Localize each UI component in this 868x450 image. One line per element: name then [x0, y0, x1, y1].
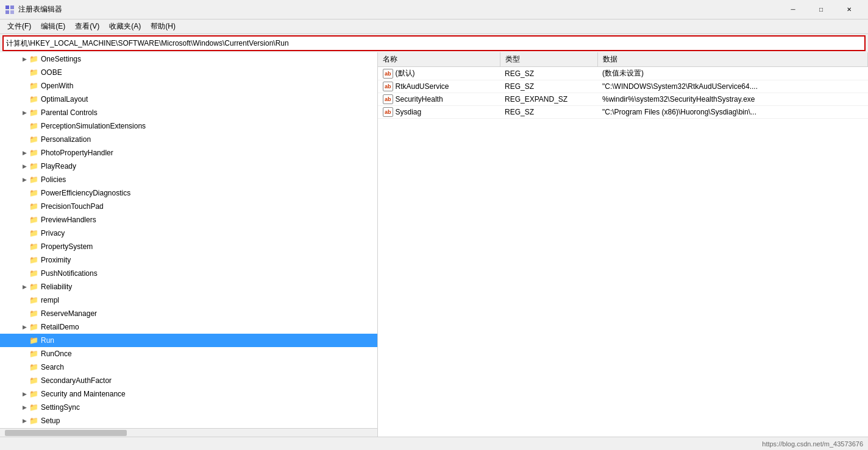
folder-icon: 📁 [29, 336, 38, 345]
folder-icon: 📁 [29, 55, 38, 63]
expand-icon[interactable]: ▶ [20, 148, 29, 158]
reg-ab-icon: ab [383, 69, 393, 79]
folder-icon: 📁 [29, 108, 38, 117]
expand-icon[interactable]: ▶ [20, 282, 29, 292]
folder-icon: 📁 [29, 229, 38, 237]
tree-item-privacy[interactable]: 📁Privacy [0, 227, 377, 240]
expand-icon[interactable]: ▶ [20, 161, 29, 171]
maximize-button[interactable]: □ [807, 0, 835, 19]
tree-item-reliability[interactable]: ▶📁Reliability [0, 280, 377, 294]
tree-item-parentalcontrols[interactable]: ▶📁Parental Controls [0, 106, 377, 119]
expand-icon[interactable]: ▶ [20, 403, 29, 412]
app-icon [5, 5, 15, 15]
tree-item-openwith[interactable]: 📁OpenWith [0, 79, 377, 93]
tree-label: Proximity [41, 256, 71, 264]
tree-item-previewhandlers[interactable]: 📁PreviewHandlers [0, 213, 377, 227]
tree-item-setup[interactable]: ▶📁Setup [0, 414, 377, 427]
minimize-button[interactable]: ─ [779, 0, 807, 19]
tree-item-playready[interactable]: ▶📁PlayReady [0, 160, 377, 173]
table-row[interactable]: ab(默认)REG_SZ(数值未设置) [378, 67, 868, 80]
reg-type: REG_EXPAND_SZ [500, 93, 597, 106]
folder-icon: 📁 [29, 175, 38, 184]
tree-item-precisiontouchpad[interactable]: 📁PrecisionTouchPad [0, 200, 377, 213]
tree-item-propertysystem[interactable]: 📁PropertySystem [0, 240, 377, 253]
folder-icon: 📁 [29, 323, 38, 331]
reg-data: %windir%\system32\SecurityHealthSystray.… [597, 93, 868, 106]
tree-item-runonce[interactable]: 📁RunOnce [0, 347, 377, 360]
status-bar: https://blog.csdn.net/m_43573676 [0, 437, 868, 450]
menu-help[interactable]: 帮助(H) [146, 20, 180, 33]
tree-item-proximity[interactable]: 📁Proximity [0, 253, 377, 267]
expand-icon [20, 121, 29, 131]
menu-favorites[interactable]: 收藏夹(A) [104, 20, 146, 33]
tree-item-optimallayout[interactable]: 📁OptimalLayout [0, 93, 377, 106]
table-row[interactable]: abRtkAudUServiceREG_SZ"C:\WINDOWS\System… [378, 80, 868, 93]
table-row[interactable]: abSecurityHealthREG_EXPAND_SZ%windir%\sy… [378, 93, 868, 106]
tree-item-rempl[interactable]: 📁rempl [0, 294, 377, 307]
tree-label: PerceptionSimulationExtensions [41, 122, 146, 130]
tree-item-policies[interactable]: ▶📁Policies [0, 173, 377, 186]
expand-icon [20, 81, 29, 91]
tree-item-run[interactable]: 📁Run [0, 334, 377, 347]
folder-icon: 📁 [29, 256, 38, 264]
tree-item-pushnotifications[interactable]: 📁PushNotifications [0, 267, 377, 280]
tree-item-secondaryauthfactor[interactable]: 📁SecondaryAuthFactor [0, 374, 377, 387]
values-table[interactable]: 名称 类型 数据 ab(默认)REG_SZ(数值未设置)abRtkAudUSer… [378, 52, 868, 437]
tree-item-onesettings[interactable]: ▶📁OneSettings [0, 52, 377, 66]
menu-file[interactable]: 文件(F) [2, 20, 36, 33]
tree-item-oobe[interactable]: 📁OOBE [0, 66, 377, 79]
tree-label: RunOnce [41, 350, 72, 358]
tree-item-photopropertyhandler[interactable]: ▶📁PhotoPropertyHandler [0, 146, 377, 160]
svg-rect-3 [10, 10, 14, 14]
tree-item-reservemanager[interactable]: 📁ReserveManager [0, 307, 377, 320]
tree-label: PushNotifications [41, 269, 98, 278]
tree-hscroll[interactable] [0, 428, 377, 437]
tree-label: Search [41, 363, 64, 371]
expand-icon[interactable]: ▶ [20, 416, 29, 426]
tree-label: RetailDemo [41, 323, 79, 331]
main-content: ▶📁OneSettings📁OOBE📁OpenWith📁OptimalLayou… [0, 52, 868, 437]
expand-icon[interactable]: ▶ [20, 322, 29, 332]
expand-icon[interactable]: ▶ [20, 389, 29, 399]
col-type[interactable]: 类型 [500, 52, 597, 67]
close-button[interactable]: ✕ [835, 0, 863, 19]
expand-icon[interactable]: ▶ [20, 54, 29, 64]
tree-label: Setup [41, 417, 60, 425]
tree-item-retaildemo[interactable]: ▶📁RetailDemo [0, 320, 377, 334]
tree-label: Reliability [41, 283, 72, 291]
folder-icon: 📁 [29, 135, 38, 144]
menu-view[interactable]: 查看(V) [70, 20, 104, 33]
folder-icon: 📁 [29, 283, 38, 291]
tree-label: OptimalLayout [41, 95, 88, 104]
table-row[interactable]: abSysdiagREG_SZ"C:\Program Files (x86)\H… [378, 106, 868, 119]
tree-item-powerefficiencydiagnostics[interactable]: 📁PowerEfficiencyDiagnostics [0, 186, 377, 200]
reg-name: (默认) [396, 68, 415, 79]
window-title: 注册表编辑器 [18, 4, 779, 15]
tree-item-personalization[interactable]: 📁Personalization [0, 133, 377, 146]
expand-icon[interactable]: ▶ [20, 175, 29, 185]
reg-name-cell: abSysdiag [378, 106, 500, 119]
expand-icon[interactable]: ▶ [20, 108, 29, 118]
folder-icon: 📁 [29, 363, 38, 371]
svg-rect-0 [5, 5, 9, 9]
menu-edit[interactable]: 编辑(E) [36, 20, 70, 33]
tree-item-perceptionsimulationextensions[interactable]: 📁PerceptionSimulationExtensions [0, 119, 377, 133]
col-data[interactable]: 数据 [597, 52, 868, 67]
tree-label: PropertySystem [41, 242, 93, 251]
tree-scroll[interactable]: ▶📁OneSettings📁OOBE📁OpenWith📁OptimalLayou… [0, 52, 377, 428]
expand-icon [20, 94, 29, 104]
address-bar[interactable]: 计算机\HKEY_LOCAL_MACHINE\SOFTWARE\Microsof… [2, 35, 866, 51]
col-name[interactable]: 名称 [378, 52, 500, 67]
hscroll-thumb[interactable] [5, 430, 127, 436]
tree-item-settingsync[interactable]: ▶📁SettingSync [0, 401, 377, 414]
expand-icon [20, 309, 29, 318]
expand-icon [20, 336, 29, 345]
expand-icon [20, 376, 29, 385]
expand-icon [20, 188, 29, 198]
reg-type: REG_SZ [500, 67, 597, 80]
folder-icon: 📁 [29, 149, 38, 157]
tree-item-securityandmaintenance[interactable]: ▶📁Security and Maintenance [0, 387, 377, 401]
folder-icon: 📁 [29, 390, 38, 398]
tree-item-search[interactable]: 📁Search [0, 360, 377, 374]
folder-icon: 📁 [29, 216, 38, 224]
